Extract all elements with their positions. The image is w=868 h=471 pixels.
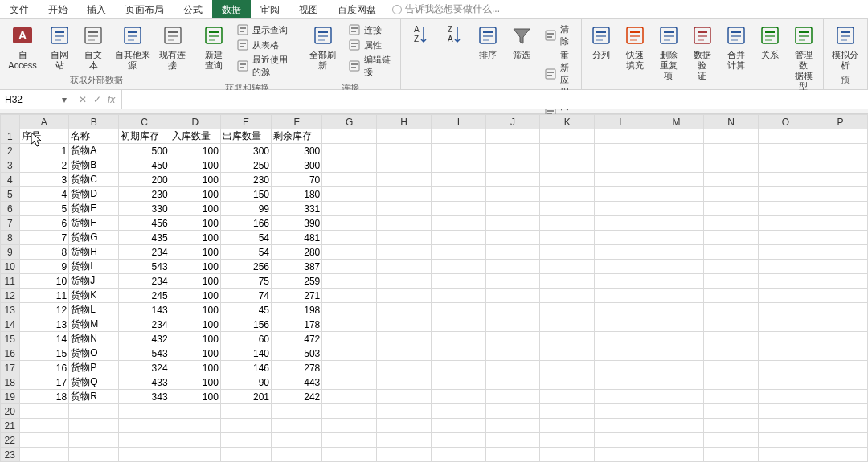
- cell-M13[interactable]: [649, 303, 704, 317]
- spreadsheet-grid[interactable]: ABCDEFGHIJKLMNOP1序号名称初期库存入库数量出库数量剩余库存21货…: [0, 114, 868, 462]
- cell-B8[interactable]: 货物G: [69, 231, 119, 245]
- cell-K3[interactable]: [540, 158, 595, 173]
- cell-E12[interactable]: 74: [220, 289, 271, 303]
- select-all-corner[interactable]: [1, 115, 20, 129]
- cell-J16[interactable]: [485, 346, 540, 361]
- col-header-P[interactable]: P: [813, 115, 868, 129]
- col-header-H[interactable]: H: [377, 115, 432, 129]
- cell-A14[interactable]: 13: [19, 317, 69, 332]
- cell-G9[interactable]: [322, 245, 377, 260]
- cell-J23[interactable]: [485, 448, 540, 462]
- cell-O22[interactable]: [759, 433, 813, 448]
- cell-A1[interactable]: 序号: [19, 129, 69, 144]
- cell-E3[interactable]: 250: [220, 158, 271, 173]
- cell-M9[interactable]: [649, 245, 704, 260]
- cell-A7[interactable]: 6: [19, 216, 69, 231]
- cell-J19[interactable]: [485, 390, 540, 404]
- cell-N6[interactable]: [704, 202, 759, 216]
- cell-H8[interactable]: [377, 231, 432, 245]
- cell-H7[interactable]: [377, 216, 432, 231]
- cell-I22[interactable]: [432, 433, 486, 448]
- cell-B20[interactable]: [69, 404, 119, 419]
- cell-F18[interactable]: 443: [272, 375, 322, 390]
- cell-N22[interactable]: [704, 433, 759, 448]
- cell-F21[interactable]: [272, 419, 322, 433]
- cell-D15[interactable]: 100: [170, 332, 220, 346]
- col-header-G[interactable]: G: [322, 115, 377, 129]
- col-header-D[interactable]: D: [170, 115, 220, 129]
- menu-文件[interactable]: 文件: [0, 0, 39, 18]
- col-header-O[interactable]: O: [759, 115, 813, 129]
- row-header-7[interactable]: 7: [1, 216, 20, 231]
- ribbon-what-if[interactable]: 模拟分析: [827, 21, 864, 72]
- ribbon-edit-links[interactable]: 编辑链接: [345, 53, 395, 79]
- cell-C15[interactable]: 432: [119, 332, 170, 346]
- cell-D22[interactable]: [170, 433, 220, 448]
- cell-N8[interactable]: [704, 231, 759, 245]
- cell-F17[interactable]: 278: [272, 361, 322, 375]
- cell-L5[interactable]: [595, 187, 649, 202]
- cell-C17[interactable]: 324: [119, 361, 170, 375]
- cell-N3[interactable]: [704, 158, 759, 173]
- cell-I16[interactable]: [432, 346, 486, 361]
- col-header-N[interactable]: N: [704, 115, 759, 129]
- cell-L20[interactable]: [595, 404, 649, 419]
- cell-G23[interactable]: [322, 448, 377, 462]
- cell-O4[interactable]: [759, 173, 813, 187]
- cell-L6[interactable]: [595, 202, 649, 216]
- ribbon-from-table[interactable]: 从表格: [233, 38, 296, 52]
- cell-D4[interactable]: 100: [170, 173, 220, 187]
- cell-L8[interactable]: [595, 231, 649, 245]
- cell-B3[interactable]: 货物B: [69, 158, 119, 173]
- ribbon-manage-model[interactable]: 管理数据模型: [788, 21, 820, 93]
- cell-P1[interactable]: [813, 129, 868, 144]
- cell-I11[interactable]: [432, 274, 486, 289]
- cell-N21[interactable]: [704, 419, 759, 433]
- ribbon-from-other[interactable]: 自其他来源: [111, 21, 154, 72]
- confirm-icon[interactable]: ✓: [93, 94, 101, 105]
- cell-B21[interactable]: [69, 419, 119, 433]
- cell-M8[interactable]: [649, 231, 704, 245]
- row-header-5[interactable]: 5: [1, 187, 20, 202]
- cell-H22[interactable]: [377, 433, 432, 448]
- cell-F10[interactable]: 387: [272, 260, 322, 274]
- cell-G11[interactable]: [322, 274, 377, 289]
- cell-I7[interactable]: [432, 216, 486, 231]
- cell-B6[interactable]: 货物E: [69, 202, 119, 216]
- cell-L3[interactable]: [595, 158, 649, 173]
- cell-I12[interactable]: [432, 289, 486, 303]
- cell-A6[interactable]: 5: [19, 202, 69, 216]
- cell-L7[interactable]: [595, 216, 649, 231]
- cell-C9[interactable]: 234: [119, 245, 170, 260]
- row-header-6[interactable]: 6: [1, 202, 20, 216]
- cell-F2[interactable]: 300: [272, 144, 322, 158]
- menu-视图[interactable]: 视图: [289, 0, 328, 18]
- cell-A9[interactable]: 8: [19, 245, 69, 260]
- cell-G2[interactable]: [322, 144, 377, 158]
- cell-K10[interactable]: [540, 260, 595, 274]
- cell-C8[interactable]: 435: [119, 231, 170, 245]
- cell-K22[interactable]: [540, 433, 595, 448]
- cell-M17[interactable]: [649, 361, 704, 375]
- cell-L13[interactable]: [595, 303, 649, 317]
- cell-C5[interactable]: 230: [119, 187, 170, 202]
- cell-I17[interactable]: [432, 361, 486, 375]
- ribbon-consolidate[interactable]: 合并计算: [720, 21, 752, 72]
- cell-M20[interactable]: [649, 404, 704, 419]
- cell-P16[interactable]: [813, 346, 868, 361]
- cell-N13[interactable]: [704, 303, 759, 317]
- cell-G20[interactable]: [322, 404, 377, 419]
- cell-I18[interactable]: [432, 375, 486, 390]
- cell-B22[interactable]: [69, 433, 119, 448]
- cell-L9[interactable]: [595, 245, 649, 260]
- cell-B12[interactable]: 货物K: [69, 289, 119, 303]
- cell-D9[interactable]: 100: [170, 245, 220, 260]
- cell-K21[interactable]: [540, 419, 595, 433]
- cell-E4[interactable]: 230: [220, 173, 271, 187]
- cell-E16[interactable]: 140: [220, 346, 271, 361]
- cell-N7[interactable]: [704, 216, 759, 231]
- cell-H9[interactable]: [377, 245, 432, 260]
- cell-N18[interactable]: [704, 375, 759, 390]
- cell-K8[interactable]: [540, 231, 595, 245]
- cell-F20[interactable]: [272, 404, 322, 419]
